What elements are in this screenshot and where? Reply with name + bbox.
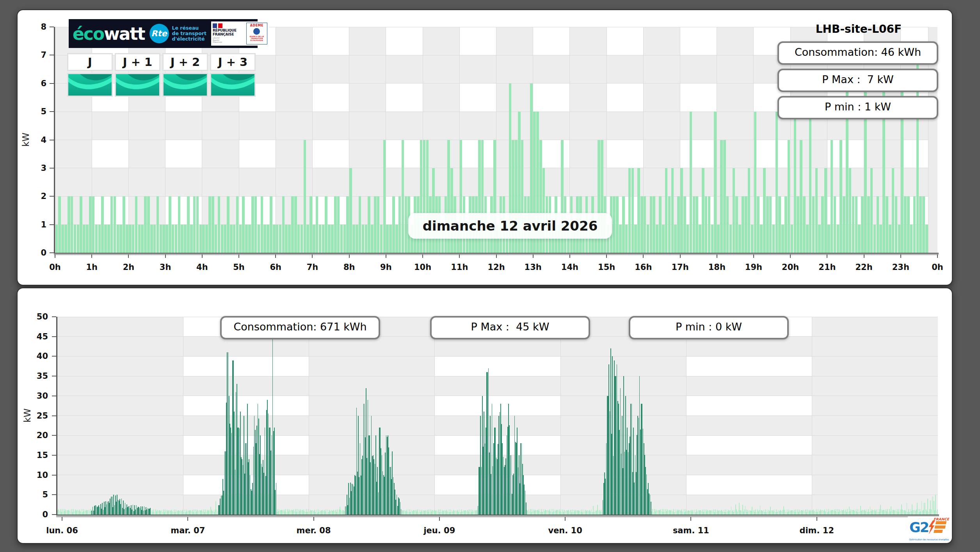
- checker-cell: [183, 416, 309, 436]
- ecowatt-day-tile[interactable]: J + 2: [162, 53, 208, 100]
- power-bar: [175, 225, 178, 253]
- checker-cell: [349, 27, 386, 55]
- x-tick-label: 0h: [37, 262, 73, 272]
- stat-daily-pmax: P Max : 7 kW: [777, 69, 938, 92]
- y-tick-label: 3: [22, 163, 46, 173]
- checker-cell: [680, 112, 717, 140]
- power-bar: [172, 225, 174, 253]
- energy-dashboard: kW 0123456780h1h2h3h4h5h6h7h8h9h10h11h12…: [0, 0, 980, 552]
- checker-cell: [202, 168, 239, 197]
- checker-cell: [496, 112, 534, 140]
- republique-francaise-block: RÉPUBLIQUE FRANÇAISE Liberté Égalité Fra…: [213, 23, 246, 44]
- checker-cell: [423, 112, 460, 140]
- power-bar: [178, 196, 181, 253]
- power-bar: [784, 196, 787, 253]
- power-bar: [261, 196, 263, 253]
- power-bar: [221, 225, 224, 253]
- x-tick-label: 2h: [111, 262, 146, 272]
- date-label: dimanche 12 avril 2026: [408, 213, 612, 239]
- power-bar: [886, 196, 888, 253]
- x-tick: [690, 517, 691, 521]
- checker-cell: [423, 27, 460, 55]
- checker-cell: [643, 112, 680, 140]
- x-tick-label: 21h: [809, 262, 845, 272]
- ecowatt-day-tile[interactable]: J + 3: [210, 53, 256, 100]
- y-tick-label: 30: [24, 391, 48, 401]
- power-bar: [141, 225, 144, 253]
- power-bar: [702, 168, 704, 253]
- power-bar: [616, 196, 619, 253]
- checker-cell: [533, 55, 570, 83]
- checker-cell: [57, 356, 183, 376]
- power-bar: [377, 196, 380, 253]
- power-bar: [64, 225, 67, 253]
- power-bar: [818, 225, 821, 253]
- power-bar: [294, 196, 297, 253]
- y-tick: [52, 475, 56, 476]
- power-bar: [316, 196, 318, 253]
- rte-tagline: Le réseau de transport d'électricité: [172, 25, 206, 42]
- checker-cell: [643, 196, 680, 225]
- y-tick-label: 5: [24, 490, 48, 500]
- checker-cell: [276, 83, 313, 112]
- power-bar: [297, 225, 300, 253]
- power-bar: [723, 140, 726, 253]
- power-bar: [708, 196, 711, 253]
- power-bar: [699, 225, 701, 253]
- x-tick: [91, 254, 92, 258]
- g2e-france-logo: FRANCE G2 Optimisation des ressources én…: [908, 517, 950, 541]
- x-tick-label: 15h: [589, 262, 624, 272]
- checker-cell: [309, 416, 435, 436]
- ademe-text: ADEME: [247, 24, 267, 27]
- checker-cell: [312, 55, 349, 83]
- ecowatt-wordmark-watt: watt: [104, 24, 144, 44]
- checker-cell: [496, 83, 534, 112]
- power-bar: [867, 196, 870, 253]
- y-tick: [52, 514, 56, 515]
- g2e-name-text: G2: [909, 521, 928, 534]
- ecowatt-logo: écowatt Rte Le réseau de transport d'éle…: [69, 19, 258, 48]
- power-bar: [858, 225, 861, 253]
- power-bar: [542, 168, 545, 253]
- power-bar: [690, 112, 692, 253]
- power-bar: [380, 225, 383, 253]
- power-bar: [343, 225, 346, 253]
- x-tick-label: 18h: [699, 262, 735, 272]
- power-bar: [196, 196, 199, 253]
- power-bar: [775, 112, 778, 253]
- y-tick: [50, 55, 54, 55]
- power-bar: [405, 196, 407, 253]
- power-bar: [637, 168, 640, 253]
- power-bar: [910, 225, 913, 253]
- checker-cell: [276, 27, 313, 55]
- power-bar: [695, 196, 698, 253]
- checker-cell: [606, 112, 644, 140]
- stat-daily-pmin: P min : 1 kW: [777, 96, 938, 119]
- y-tick-label: 1: [22, 220, 46, 230]
- y-tick-label: 2: [22, 191, 46, 201]
- x-tick-label: 23h: [883, 262, 918, 272]
- power-bar: [368, 196, 370, 253]
- power-bar: [187, 196, 190, 253]
- ademe-logo: ADEME AGENCE DE LA TRANSITION ÉCOLOGIQUE: [246, 23, 267, 44]
- x-tick: [790, 254, 791, 258]
- power-bar: [735, 196, 738, 253]
- power-bar: [861, 196, 864, 253]
- power-bar: [319, 225, 322, 253]
- power-bar: [668, 196, 671, 253]
- power-bar: [705, 196, 708, 253]
- power-bar: [276, 483, 277, 515]
- ecowatt-day-tile[interactable]: J: [67, 53, 113, 100]
- power-bar: [205, 225, 208, 253]
- x-tick-label: jeu. 09: [408, 525, 471, 536]
- checker-cell: [239, 168, 276, 197]
- power-bar: [279, 225, 282, 253]
- power-bar: [717, 225, 720, 253]
- ecowatt-day-tile[interactable]: J + 1: [115, 53, 160, 100]
- power-bar: [199, 225, 202, 253]
- checker-cell: [128, 140, 165, 169]
- power-bar: [285, 225, 288, 253]
- power-bar: [383, 140, 386, 253]
- weekly-y-axis-line: [56, 317, 57, 516]
- power-bar: [215, 225, 217, 253]
